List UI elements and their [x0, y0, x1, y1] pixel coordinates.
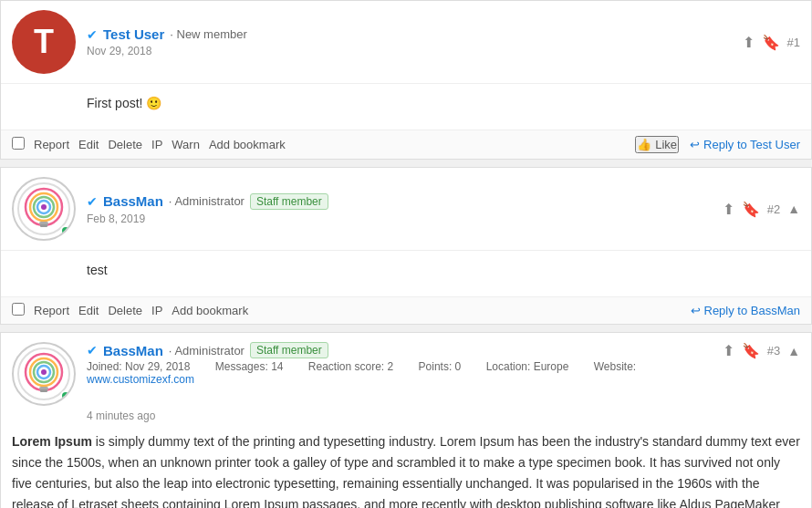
footer-actions-2: Report Edit Delete IP Add bookmark: [34, 304, 691, 317]
up-arrow-3[interactable]: ▲: [787, 344, 800, 358]
share-icon-3[interactable]: ⬆: [723, 342, 734, 359]
user-info-1: ✔ Test User · New member: [87, 26, 743, 42]
avatar-letter: T: [34, 23, 54, 61]
reply-icon-1: ↩: [690, 138, 700, 151]
report-btn-1[interactable]: Report: [34, 138, 69, 151]
reply-btn-2[interactable]: ↩ Reply to BassMan: [691, 304, 801, 317]
post-actions-1: ⬆ 🔖 #1: [743, 34, 800, 51]
post-footer-1: Report Edit Delete IP Warn Add bookmark …: [1, 130, 811, 159]
like-btn-1[interactable]: 👍 Like: [635, 136, 679, 153]
avatar-bassman-3[interactable]: [12, 342, 76, 406]
post-number-2: #2: [767, 202, 780, 216]
location-label: Location: Europe: [486, 360, 580, 373]
edit-btn-2[interactable]: Edit: [78, 304, 99, 317]
post-meta-3: ✔ BassMan · Administrator Staff member J…: [87, 342, 723, 386]
like-label-1: Like: [655, 138, 677, 151]
warn-btn-1[interactable]: Warn: [172, 138, 200, 151]
share-icon-2[interactable]: ⬆: [723, 201, 734, 218]
lorem-bold: Lorem Ipsum: [12, 434, 92, 449]
reply-label-2: Reply to BassMan: [704, 304, 801, 317]
post-time-3: 4 minutes ago: [1, 406, 811, 426]
delete-btn-2[interactable]: Delete: [108, 304, 142, 317]
post-actions-2: ⬆ 🔖 #2 ▲: [723, 201, 800, 218]
reply-btn-1[interactable]: ↩ Reply to Test User: [690, 138, 800, 151]
messages-label: Messages: 14: [215, 360, 295, 373]
bookmark-icon-2[interactable]: 🔖: [742, 201, 760, 218]
report-btn-2[interactable]: Report: [34, 304, 69, 317]
post-header-1: T ✔ Test User · New member Nov 29, 2018 …: [1, 1, 811, 84]
post-date-1: Nov 29, 2018: [87, 45, 743, 57]
add-bookmark-btn-2[interactable]: Add bookmark: [172, 304, 248, 317]
staff-badge-3: Staff member: [250, 342, 328, 358]
ip-btn-2[interactable]: IP: [151, 304, 162, 317]
footer-right-1: 👍 Like ↩ Reply to Test User: [635, 136, 800, 153]
post-text-2: test: [87, 263, 108, 277]
post-number-1: #1: [787, 36, 800, 49]
profile-details-3: Joined: Nov 29, 2018 Messages: 14 Reacti…: [87, 360, 723, 386]
verified-icon-2: ✔: [87, 194, 98, 209]
staff-badge-2: Staff member: [250, 193, 328, 210]
reply-label-1: Reply to Test User: [703, 138, 800, 151]
ip-btn-1[interactable]: IP: [151, 138, 162, 151]
post-paragraph-1: Lorem Ipsum is simply dummy text of the …: [12, 431, 800, 508]
reply-icon-2: ↩: [691, 304, 701, 317]
post-content-2: test: [1, 251, 811, 296]
post-block-2: ✔ BassMan · Administrator Staff member F…: [0, 167, 812, 325]
svg-point-13: [41, 369, 47, 375]
avatar-test-user[interactable]: T: [12, 10, 76, 74]
verified-icon-1: ✔: [87, 27, 98, 42]
post-block-3: ✔ BassMan · Administrator Staff member J…: [0, 332, 812, 508]
online-dot-2: [60, 225, 71, 236]
post-actions-3: ⬆ 🔖 #3 ▲: [723, 342, 800, 359]
select-post-1[interactable]: [12, 137, 25, 150]
post-text-1: First post! 🙂: [87, 96, 161, 110]
user-role-2: · Administrator: [169, 194, 245, 208]
post-checkbox-1[interactable]: [12, 137, 25, 152]
post-footer-2: Report Edit Delete IP Add bookmark ↩ Rep…: [1, 296, 811, 324]
online-dot-3: [60, 390, 71, 401]
footer-right-2: ↩ Reply to BassMan: [691, 304, 801, 317]
post-content-1: First post! 🙂: [1, 84, 811, 130]
post-checkbox-2[interactable]: [12, 303, 25, 318]
verified-icon-3: ✔: [87, 343, 98, 358]
delete-btn-1[interactable]: Delete: [108, 138, 142, 151]
bookmark-icon-3[interactable]: 🔖: [742, 342, 760, 359]
profile-row-3: ✔ BassMan · Administrator Staff member J…: [1, 333, 811, 406]
post-meta-1: ✔ Test User · New member Nov 29, 2018: [87, 26, 743, 57]
post-block-1: T ✔ Test User · New member Nov 29, 2018 …: [0, 0, 812, 160]
svg-rect-7: [40, 224, 47, 227]
joined-label: Joined: Nov 29, 2018: [87, 360, 201, 373]
post-number-3: #3: [767, 344, 780, 358]
footer-actions-1: Report Edit Delete IP Warn Add bookmark: [34, 138, 635, 151]
username-1[interactable]: Test User: [103, 26, 164, 42]
edit-btn-1[interactable]: Edit: [78, 138, 99, 151]
username-3[interactable]: BassMan: [103, 343, 163, 358]
post-meta-2: ✔ BassMan · Administrator Staff member F…: [87, 193, 723, 225]
username-2[interactable]: BassMan: [103, 193, 163, 209]
user-info-3: ✔ BassMan · Administrator Staff member: [87, 342, 723, 358]
posts-container: T ✔ Test User · New member Nov 29, 2018 …: [0, 0, 812, 508]
points-label: Points: 0: [419, 360, 473, 373]
reaction-label: Reaction score: 2: [308, 360, 404, 373]
bookmark-icon-1[interactable]: 🔖: [762, 34, 780, 51]
user-info-2: ✔ BassMan · Administrator Staff member: [87, 193, 723, 210]
post-header-2: ✔ BassMan · Administrator Staff member F…: [1, 168, 811, 251]
avatar-bassman-2[interactable]: [12, 177, 76, 241]
svg-rect-15: [40, 389, 47, 392]
website-link[interactable]: www.customizexf.com: [87, 373, 194, 386]
lorem-text: is simply dummy text of the printing and…: [12, 434, 800, 508]
post-body-3: Lorem Ipsum is simply dummy text of the …: [1, 426, 811, 508]
post-date-2: Feb 8, 2019: [87, 213, 723, 225]
svg-point-5: [41, 204, 47, 210]
user-role-3: · Administrator: [169, 344, 245, 358]
user-role-1: · New member: [170, 27, 247, 41]
up-arrow-2[interactable]: ▲: [787, 202, 800, 216]
thumbs-up-icon-1: 👍: [637, 138, 651, 151]
select-post-2[interactable]: [12, 303, 25, 316]
share-icon-1[interactable]: ⬆: [743, 34, 755, 51]
add-bookmark-btn-1[interactable]: Add bookmark: [209, 138, 286, 151]
